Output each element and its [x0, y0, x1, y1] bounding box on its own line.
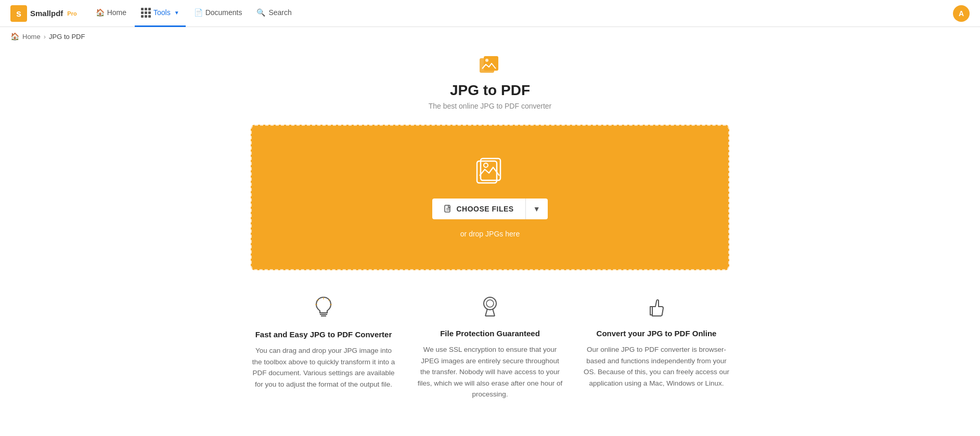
svg-point-18 — [484, 297, 496, 310]
file-icon — [444, 205, 452, 213]
dropzone-container: CHOOSE FILES ▼ or drop JPGs here — [240, 125, 740, 270]
choose-files-label: CHOOSE FILES — [456, 205, 513, 213]
logo[interactable]: s Smallpdf Pro — [10, 5, 77, 22]
main-nav: 🏠 Home Tools ▼ 📄 Documents 🔍 Search — [89, 0, 953, 27]
shield-icon — [417, 296, 563, 322]
chevron-down-icon: ▼ — [533, 205, 540, 213]
breadcrumb: 🏠 Home › JPG to PDF — [0, 27, 980, 46]
nav-home[interactable]: 🏠 Home — [89, 0, 133, 27]
thumbsup-icon — [584, 296, 729, 322]
page-tool-icon — [0, 56, 980, 79]
feature-online: Convert your JPG to PDF Online Our onlin… — [584, 296, 729, 400]
choose-files-group: CHOOSE FILES ▼ — [432, 199, 547, 219]
choose-files-button[interactable]: CHOOSE FILES — [432, 199, 525, 219]
lightbulb-svg — [314, 296, 333, 318]
feature-protection: File Protection Guaranteed We use SSL en… — [417, 296, 563, 400]
svg-point-19 — [486, 300, 494, 307]
feature-online-desc: Our online JPG to PDF converter is brows… — [584, 344, 729, 389]
svg-point-4 — [485, 59, 488, 62]
feature-online-title: Convert your JPG to PDF Online — [584, 329, 729, 338]
svg-text:s: s — [16, 8, 21, 19]
dropzone[interactable]: CHOOSE FILES ▼ or drop JPGs here — [251, 125, 729, 270]
breadcrumb-home-icon: 🏠 — [10, 32, 19, 41]
pro-badge: Pro — [67, 10, 76, 17]
grid-icon — [141, 8, 151, 18]
tools-dropdown-icon: ▼ — [174, 10, 179, 16]
svg-line-20 — [485, 309, 487, 316]
svg-rect-6 — [481, 158, 500, 180]
features-section: Fast and Easy JPG to PDF Converter You c… — [240, 296, 740, 400]
svg-point-7 — [484, 163, 488, 167]
search-icon: 🔍 — [256, 8, 265, 17]
home-icon: 🏠 — [96, 8, 105, 17]
logo-text: Smallpdf — [30, 9, 63, 18]
feature-protection-desc: We use SSL encryption to ensure that you… — [417, 344, 563, 400]
nav-tools[interactable]: Tools ▼ — [135, 0, 186, 27]
feature-fast: Fast and Easy JPG to PDF Converter You c… — [251, 296, 396, 400]
nav-documents[interactable]: 📄 Documents — [188, 0, 249, 27]
thumbsup-svg — [647, 296, 666, 317]
choose-files-dropdown-button[interactable]: ▼ — [526, 199, 548, 219]
lightbulb-icon — [251, 296, 396, 323]
main-content: JPG to PDF The best online JPG to PDF co… — [0, 46, 980, 431]
svg-line-21 — [493, 309, 495, 316]
nav-search[interactable]: 🔍 Search — [250, 0, 298, 27]
jpg-to-pdf-icon — [480, 56, 500, 75]
drop-hint: or drop JPGs here — [460, 230, 520, 238]
medal-svg — [481, 296, 499, 317]
breadcrumb-home-link[interactable]: Home — [22, 33, 41, 41]
feature-protection-title: File Protection Guaranteed — [417, 329, 563, 338]
feature-fast-title: Fast and Easy JPG to PDF Converter — [251, 330, 396, 339]
documents-icon: 📄 — [194, 8, 203, 17]
page-title-section: JPG to PDF The best online JPG to PDF co… — [0, 56, 980, 110]
svg-rect-5 — [477, 161, 497, 183]
page-title: JPG to PDF — [0, 82, 980, 99]
header: s Smallpdf Pro 🏠 Home Tools ▼ 📄 Document… — [0, 0, 980, 27]
breadcrumb-current: JPG to PDF — [49, 33, 85, 41]
avatar[interactable]: A — [953, 5, 970, 22]
logo-icon: s — [10, 5, 27, 22]
breadcrumb-separator: › — [44, 33, 46, 41]
feature-fast-desc: You can drag and drop your JPG image int… — [251, 345, 396, 390]
page-subtitle: The best online JPG to PDF converter — [0, 102, 980, 110]
dropzone-image-icon — [474, 157, 506, 188]
